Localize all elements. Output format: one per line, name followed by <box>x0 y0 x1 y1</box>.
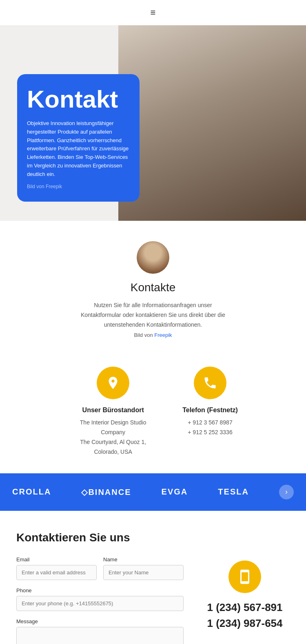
brand-binance: ◇BINANCE <box>81 487 131 497</box>
contact-phone1: 1 (234) 567-891 <box>200 601 290 614</box>
contacts-description: Nutzen Sie für alle Informationsanfragen… <box>80 301 226 330</box>
name-label: Name <box>103 556 184 563</box>
hero-title: Kontakt <box>27 86 130 112</box>
form-layout: Email Name Phone Message I accept the T <box>16 556 290 644</box>
brands-next-button[interactable]: › <box>279 485 294 499</box>
freepik-link[interactable]: Freepik <box>154 332 172 338</box>
name-input[interactable] <box>103 565 184 580</box>
email-label: Email <box>16 556 97 563</box>
brand-crolla: CROLLA <box>12 487 51 497</box>
hero-card: Kontakt Objektive Innovation leistungsfä… <box>17 74 140 202</box>
email-input[interactable] <box>16 565 97 580</box>
form-right: 1 (234) 567-891 1 (234) 987-654 <box>200 556 290 644</box>
hamburger-menu[interactable]: ≡ <box>151 7 156 18</box>
contact-phone2: 1 (234) 987-654 <box>200 617 290 630</box>
hero-description: Objektive Innovation leistungsfähiger he… <box>27 119 130 179</box>
phone-input[interactable] <box>16 596 184 611</box>
name-group: Name <box>103 556 184 580</box>
phone-card: Telefon (Festnetz) + 912 3 567 8987 + 91… <box>182 367 238 457</box>
contacts-section: Kontakte Nutzen Sie für alle Information… <box>0 221 306 354</box>
phone-info: + 912 3 567 8987 + 912 5 252 3336 <box>182 418 238 437</box>
phone-title: Telefon (Festnetz) <box>182 407 238 414</box>
office-card: Unser Bürostandort The Interior Design S… <box>68 367 158 457</box>
location-icon <box>106 376 120 390</box>
contact-cards-section: Unser Bürostandort The Interior Design S… <box>0 354 306 473</box>
avatar <box>137 241 169 274</box>
phone-icon-circle <box>194 367 226 399</box>
office-info: The Interior Design Studio Company The C… <box>68 418 158 457</box>
brands-banner: CROLLA ◇BINANCE EVGA TESLA › <box>0 473 306 511</box>
avatar-image <box>137 241 169 274</box>
location-icon-circle <box>97 367 129 399</box>
form-left: Email Name Phone Message I accept the T <box>16 556 184 644</box>
hero-person <box>118 25 306 221</box>
hero-image <box>118 25 306 221</box>
message-textarea[interactable] <box>16 627 184 644</box>
hero-credit: Bild von Freepik <box>27 184 130 189</box>
contact-form-section: Kontaktieren Sie uns Email Name Phone Me… <box>0 511 306 644</box>
phone-group: Phone <box>16 587 184 611</box>
hero-section: Kontakt Objektive Innovation leistungsfä… <box>0 25 306 221</box>
contacts-title: Kontakte <box>8 281 298 294</box>
form-row-email-name: Email Name <box>16 556 184 580</box>
brand-tesla: TESLA <box>218 487 249 497</box>
phone-icon-right <box>237 569 253 585</box>
form-title: Kontaktieren Sie uns <box>16 531 290 544</box>
brand-evga: EVGA <box>162 487 188 497</box>
contacts-credit: Bild von Freepik <box>8 332 298 338</box>
phone-label: Phone <box>16 587 184 593</box>
message-label: Message <box>16 618 184 624</box>
phone-icon <box>203 376 217 390</box>
phone-icon-yellow-circle <box>228 560 261 593</box>
office-title: Unser Bürostandort <box>68 407 158 414</box>
navbar: ≡ <box>0 0 306 25</box>
email-group: Email <box>16 556 97 580</box>
message-group: Message <box>16 618 184 644</box>
